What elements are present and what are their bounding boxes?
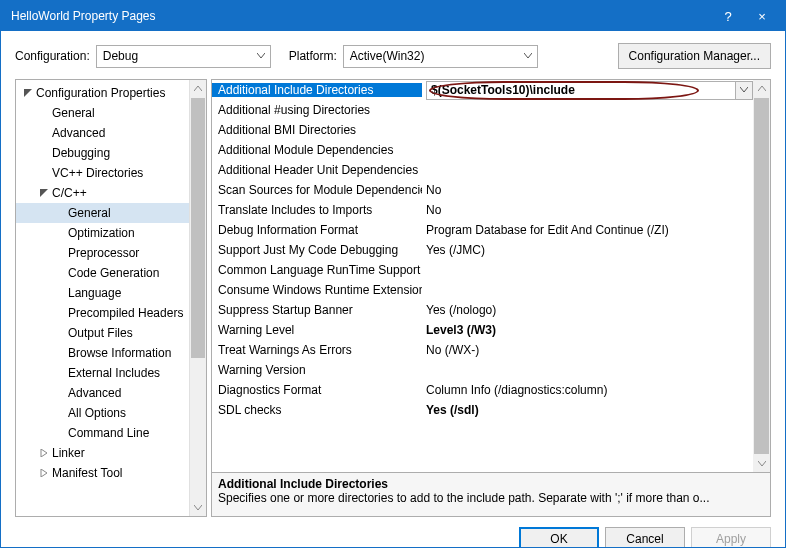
configuration-dropdown[interactable]: Debug xyxy=(96,45,271,68)
close-button[interactable]: × xyxy=(745,5,779,27)
tree-item-linker[interactable]: Linker xyxy=(16,443,189,463)
tree-item-preprocessor[interactable]: Preprocessor xyxy=(16,243,189,263)
scroll-up-icon[interactable] xyxy=(190,80,206,97)
property-value[interactable]: Level3 (/W3) xyxy=(422,323,753,337)
tree-item-label: Advanced xyxy=(68,386,121,400)
property-row[interactable]: Treat Warnings As ErrorsNo (/WX-) xyxy=(212,340,753,360)
collapse-icon[interactable] xyxy=(22,87,34,99)
property-row[interactable]: Translate Includes to ImportsNo xyxy=(212,200,753,220)
tree-item-label: Debugging xyxy=(52,146,110,160)
tree-item-advanced[interactable]: Advanced xyxy=(16,123,189,143)
property-value[interactable]: Yes (/sdl) xyxy=(422,403,753,417)
tree-spacer xyxy=(54,347,66,359)
tree-item-label: Configuration Properties xyxy=(36,86,165,100)
tree-item-external-includes[interactable]: External Includes xyxy=(16,363,189,383)
expand-icon[interactable] xyxy=(38,447,50,459)
tree-item-browse-information[interactable]: Browse Information xyxy=(16,343,189,363)
tree-item-label: VC++ Directories xyxy=(52,166,143,180)
property-label: Scan Sources for Module Dependencies xyxy=(212,183,422,197)
property-row[interactable]: Common Language RunTime Support xyxy=(212,260,753,280)
property-row[interactable]: Suppress Startup BannerYes (/nologo) xyxy=(212,300,753,320)
cancel-button[interactable]: Cancel xyxy=(605,527,685,548)
main-area: Configuration PropertiesGeneralAdvancedD… xyxy=(1,79,785,517)
property-value[interactable]: No (/WX-) xyxy=(422,343,753,357)
tree-item-label: Code Generation xyxy=(68,266,159,280)
property-row[interactable]: SDL checksYes (/sdl) xyxy=(212,400,753,420)
platform-value: Active(Win32) xyxy=(350,49,425,63)
ok-button[interactable]: OK xyxy=(519,527,599,548)
tree-item-output-files[interactable]: Output Files xyxy=(16,323,189,343)
tree-item-label: Language xyxy=(68,286,121,300)
property-value[interactable]: Yes (/nologo) xyxy=(422,303,753,317)
property-row[interactable]: Warning LevelLevel3 (/W3) xyxy=(212,320,753,340)
tree-spacer xyxy=(38,147,50,159)
tree-item-language[interactable]: Language xyxy=(16,283,189,303)
tree-item-label: General xyxy=(68,206,111,220)
grid-scrollbar[interactable] xyxy=(753,80,770,472)
property-value[interactable]: $(SocketTools10)\include xyxy=(422,81,753,100)
property-row[interactable]: Debug Information FormatProgram Database… xyxy=(212,220,753,240)
property-value[interactable]: Yes (/JMC) xyxy=(422,243,753,257)
tree-item-general[interactable]: General xyxy=(16,103,189,123)
property-value[interactable]: Program Database for Edit And Continue (… xyxy=(422,223,753,237)
property-value-input[interactable]: $(SocketTools10)\include xyxy=(426,81,736,100)
property-value[interactable]: No xyxy=(422,183,753,197)
tree-item-vc-directories[interactable]: VC++ Directories xyxy=(16,163,189,183)
tree-item-advanced[interactable]: Advanced xyxy=(16,383,189,403)
collapse-icon[interactable] xyxy=(38,187,50,199)
property-label: Diagnostics Format xyxy=(212,383,422,397)
expand-icon[interactable] xyxy=(38,467,50,479)
apply-button[interactable]: Apply xyxy=(691,527,771,548)
property-row[interactable]: Additional Module Dependencies xyxy=(212,140,753,160)
property-row[interactable]: Support Just My Code DebuggingYes (/JMC) xyxy=(212,240,753,260)
chevron-down-icon xyxy=(519,46,537,67)
property-value[interactable]: Column Info (/diagnostics:column) xyxy=(422,383,753,397)
property-row[interactable]: Diagnostics FormatColumn Info (/diagnost… xyxy=(212,380,753,400)
button-row: OK Cancel Apply xyxy=(1,517,785,548)
scroll-down-icon[interactable] xyxy=(190,499,206,516)
scroll-down-icon[interactable] xyxy=(753,455,770,472)
titlebar: HelloWorld Property Pages ? × xyxy=(1,1,785,31)
help-button[interactable]: ? xyxy=(711,5,745,27)
property-dropdown-button[interactable] xyxy=(735,81,753,100)
property-row[interactable]: Additional #using Directories xyxy=(212,100,753,120)
tree-item-manifest-tool[interactable]: Manifest Tool xyxy=(16,463,189,483)
property-row[interactable]: Scan Sources for Module DependenciesNo xyxy=(212,180,753,200)
tree-scrollbar[interactable] xyxy=(189,80,206,516)
tree-item-configuration-properties[interactable]: Configuration Properties xyxy=(16,83,189,103)
property-row[interactable]: Consume Windows Runtime Extension xyxy=(212,280,753,300)
tree-item-label: Precompiled Headers xyxy=(68,306,183,320)
property-grid[interactable]: Additional Include Directories$(SocketTo… xyxy=(211,79,771,473)
tree-item-all-options[interactable]: All Options xyxy=(16,403,189,423)
tree-spacer xyxy=(38,107,50,119)
tree-item-label: Output Files xyxy=(68,326,133,340)
tree-item-command-line[interactable]: Command Line xyxy=(16,423,189,443)
platform-dropdown[interactable]: Active(Win32) xyxy=(343,45,538,68)
tree-item-optimization[interactable]: Optimization xyxy=(16,223,189,243)
property-label: Additional Include Directories xyxy=(212,83,422,97)
property-row[interactable]: Additional BMI Directories xyxy=(212,120,753,140)
property-label: Support Just My Code Debugging xyxy=(212,243,422,257)
property-value[interactable]: No xyxy=(422,203,753,217)
tree-item-label: Advanced xyxy=(52,126,105,140)
tree-list[interactable]: Configuration PropertiesGeneralAdvancedD… xyxy=(16,80,189,516)
tree-item-precompiled-headers[interactable]: Precompiled Headers xyxy=(16,303,189,323)
property-label: Treat Warnings As Errors xyxy=(212,343,422,357)
tree-item-c-c[interactable]: C/C++ xyxy=(16,183,189,203)
configuration-label: Configuration: xyxy=(15,49,90,63)
scroll-up-icon[interactable] xyxy=(753,80,770,97)
property-row[interactable]: Additional Header Unit Dependencies xyxy=(212,160,753,180)
configuration-manager-button[interactable]: Configuration Manager... xyxy=(618,43,771,69)
tree-spacer xyxy=(54,307,66,319)
tree-spacer xyxy=(54,367,66,379)
scroll-thumb[interactable] xyxy=(754,98,769,454)
tree-item-code-generation[interactable]: Code Generation xyxy=(16,263,189,283)
property-label: SDL checks xyxy=(212,403,422,417)
tree-panel: Configuration PropertiesGeneralAdvancedD… xyxy=(15,79,207,517)
property-row[interactable]: Warning Version xyxy=(212,360,753,380)
property-row[interactable]: Additional Include Directories$(SocketTo… xyxy=(212,80,753,100)
scroll-thumb[interactable] xyxy=(191,98,205,358)
tree-item-label: Command Line xyxy=(68,426,149,440)
tree-item-general[interactable]: General xyxy=(16,203,189,223)
tree-item-debugging[interactable]: Debugging xyxy=(16,143,189,163)
